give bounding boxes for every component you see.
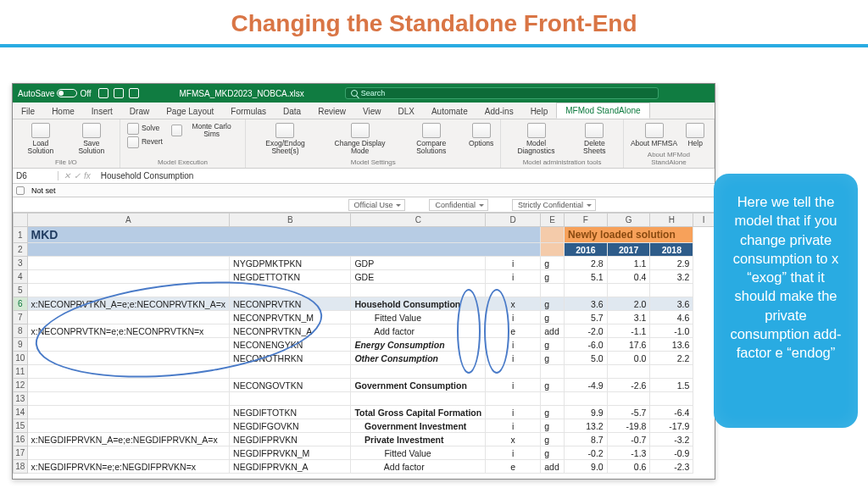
cell[interactable]: Add factor — [351, 460, 486, 474]
cell[interactable] — [565, 365, 608, 379]
cell[interactable]: g — [541, 270, 565, 284]
cell[interactable]: 4.6 — [650, 311, 693, 324]
spreadsheet[interactable]: ABCDEFGHI1 MKD Newly loaded solution2 20… — [13, 213, 715, 474]
cell[interactable]: Government Investment — [351, 419, 486, 433]
tab-data[interactable]: Data — [275, 104, 309, 119]
cell[interactable] — [607, 392, 650, 406]
help-button[interactable]: Help — [686, 123, 704, 147]
cell[interactable]: Household Consumption — [351, 297, 486, 311]
cell[interactable]: NEGDIFGOVKN — [230, 419, 351, 433]
cell[interactable]: 2.0 — [607, 297, 650, 311]
cell[interactable]: 3.1 — [607, 311, 650, 324]
delete-sheets-button[interactable]: Delete Sheets — [573, 123, 616, 156]
tab-formulas[interactable]: Formulas — [222, 104, 275, 119]
cell[interactable]: 13.6 — [650, 338, 693, 352]
name-box[interactable]: D6 — [13, 171, 58, 180]
cell[interactable]: x:NEGDIFPRVKN=e;e:NEGDIFPRVKN=x — [27, 460, 230, 474]
cell[interactable]: g — [541, 419, 565, 433]
cell[interactable]: x:NEGDIFPRVKN_A=e;e:NEGDIFPRVKN_A=x — [27, 433, 230, 446]
cell[interactable] — [351, 284, 486, 297]
cell[interactable] — [27, 365, 230, 379]
cell[interactable]: -0.7 — [607, 433, 650, 446]
confidential-button[interactable]: Confidential — [429, 199, 488, 211]
cell[interactable] — [351, 365, 486, 379]
tab-help[interactable]: Help — [522, 104, 557, 119]
cell[interactable] — [607, 365, 650, 379]
cell[interactable]: g — [541, 297, 565, 311]
cell[interactable]: g — [541, 446, 565, 460]
cell[interactable]: NEGDIFPRVKN — [230, 433, 351, 446]
fx-icon[interactable]: fx — [84, 171, 91, 180]
cell[interactable]: -17.9 — [650, 419, 693, 433]
cell[interactable]: 1.1 — [607, 257, 650, 270]
enter-icon[interactable]: ✓ — [74, 171, 81, 180]
col-header-A[interactable]: A — [27, 214, 230, 227]
cell[interactable]: 13.2 — [565, 419, 608, 433]
cell[interactable] — [650, 284, 693, 297]
cell[interactable]: x — [486, 433, 541, 446]
cell[interactable]: 17.6 — [607, 338, 650, 352]
cell[interactable]: x:NECONPRVTKN_A=e;e:NECONPRVTKN_A=x — [27, 297, 230, 311]
select-all[interactable] — [14, 214, 28, 227]
cell[interactable] — [27, 352, 230, 365]
cell[interactable]: e — [486, 324, 541, 338]
cell[interactable]: -19.8 — [607, 419, 650, 433]
cell[interactable]: Government Consumption — [351, 379, 486, 392]
cell[interactable] — [27, 284, 230, 297]
cell[interactable]: NECONPRVTKN_A — [230, 324, 351, 338]
cell[interactable]: 5.7 — [565, 311, 608, 324]
cell[interactable]: GDP — [351, 257, 486, 270]
tab-page-layout[interactable]: Page Layout — [158, 104, 222, 119]
cell[interactable]: Add factor — [351, 324, 486, 338]
row-header[interactable]: 2 — [14, 243, 28, 257]
cell[interactable]: Other Consumption — [351, 352, 486, 365]
cell[interactable]: i — [486, 257, 541, 270]
cell[interactable]: x:NECONPRVTKN=e;e:NECONPRVTKN=x — [27, 324, 230, 338]
row-header[interactable]: 8 — [14, 324, 28, 338]
cell[interactable] — [27, 392, 230, 406]
cell[interactable]: -2.6 — [607, 379, 650, 392]
cell[interactable]: NYGDPMKTPKN — [230, 257, 351, 270]
cell[interactable]: i — [486, 379, 541, 392]
official-use-button[interactable]: Official Use — [348, 199, 406, 211]
options-button[interactable]: Options — [469, 123, 493, 147]
cell[interactable]: Newly loaded solution — [565, 227, 693, 243]
cell[interactable]: 2.8 — [565, 257, 608, 270]
cell[interactable] — [27, 338, 230, 352]
cell[interactable]: 3.6 — [650, 297, 693, 311]
cell[interactable] — [486, 284, 541, 297]
exog-endog-button[interactable]: Exog/Endog Sheet(s) — [253, 123, 318, 156]
cell[interactable]: -0.9 — [650, 446, 693, 460]
diagnostics-button[interactable]: Model Diagnostics — [508, 123, 564, 156]
formula-value[interactable]: Household Consumption — [96, 171, 199, 180]
row-header[interactable]: 11 — [14, 365, 28, 379]
cell[interactable] — [565, 284, 608, 297]
cell[interactable]: add — [541, 324, 565, 338]
col-header-D[interactable]: D — [486, 214, 541, 227]
row-header[interactable]: 10 — [14, 352, 28, 365]
cell[interactable] — [541, 365, 565, 379]
cell[interactable]: -2.3 — [650, 460, 693, 474]
cell[interactable]: -6.0 — [565, 338, 608, 352]
row-header[interactable]: 12 — [14, 379, 28, 392]
load-solution-button[interactable]: Load Solution — [19, 123, 62, 156]
display-mode-button[interactable]: Change Display Mode — [326, 123, 393, 156]
link-icon[interactable] — [16, 186, 25, 195]
cell[interactable]: 3.6 — [565, 297, 608, 311]
row-header[interactable]: 7 — [14, 311, 28, 324]
cell[interactable]: NECONPRVTKN — [230, 297, 351, 311]
search-box[interactable]: Search — [345, 87, 659, 99]
cell[interactable]: Fitted Value — [351, 311, 486, 324]
cell[interactable] — [650, 392, 693, 406]
cell[interactable] — [351, 392, 486, 406]
cell[interactable] — [27, 446, 230, 460]
cell[interactable]: Energy Consumption — [351, 338, 486, 352]
cell[interactable] — [27, 406, 230, 419]
toggle-pill[interactable] — [57, 89, 77, 97]
revert-button[interactable]: Revert — [127, 136, 163, 148]
strictly-confidential-button[interactable]: Strictly Confidential — [512, 199, 596, 211]
fx-buttons[interactable]: ✕✓fx — [58, 171, 96, 180]
cell[interactable]: -0.2 — [565, 446, 608, 460]
cell[interactable]: 9.0 — [565, 460, 608, 474]
tab-view[interactable]: View — [354, 104, 390, 119]
